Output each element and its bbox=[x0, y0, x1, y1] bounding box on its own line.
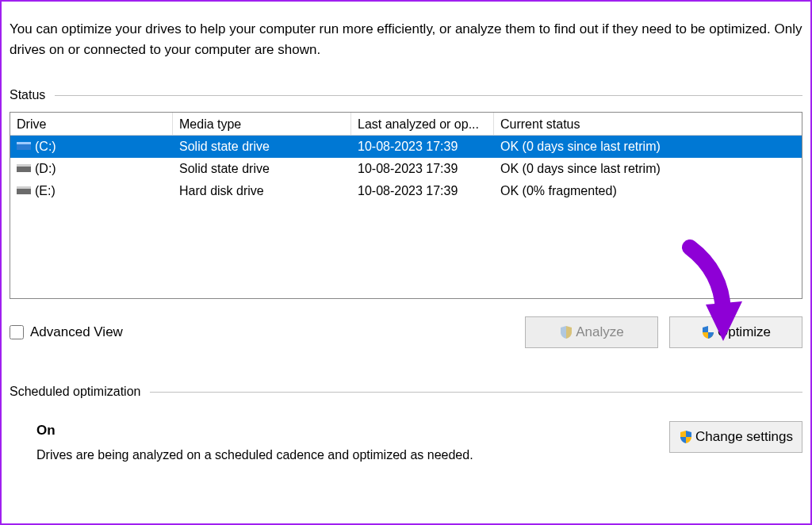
drive-icon bbox=[17, 142, 31, 151]
optimize-button-label: Optimize bbox=[718, 324, 771, 340]
analyze-button: Analyze bbox=[525, 316, 658, 348]
advanced-view-control[interactable]: Advanced View bbox=[10, 324, 123, 340]
controls-row: Advanced View Analyze Optimize bbox=[10, 316, 802, 348]
change-settings-button[interactable]: Change settings bbox=[669, 421, 802, 453]
cell-media-type: Solid state drive bbox=[173, 136, 351, 158]
cell-drive: (C:) bbox=[10, 136, 173, 158]
col-status[interactable]: Current status bbox=[494, 113, 802, 135]
cell-last-analyzed: 10-08-2023 17:39 bbox=[351, 180, 494, 202]
shield-icon bbox=[679, 430, 693, 444]
drive-label: (E:) bbox=[35, 184, 56, 198]
change-settings-label: Change settings bbox=[695, 429, 793, 445]
drive-icon bbox=[17, 164, 31, 174]
analyze-button-label: Analyze bbox=[576, 324, 623, 340]
status-divider bbox=[55, 95, 802, 96]
drives-table: Drive Media type Last analyzed or op... … bbox=[10, 112, 802, 299]
status-section-label: Status bbox=[10, 88, 45, 102]
scheduled-section-label: Scheduled optimization bbox=[10, 385, 140, 399]
scheduled-on-label: On bbox=[36, 423, 473, 439]
table-row[interactable]: (E:)Hard disk drive10-08-2023 17:39OK (0… bbox=[10, 180, 802, 202]
cell-drive: (D:) bbox=[10, 158, 173, 180]
scheduled-divider bbox=[150, 392, 802, 393]
scheduled-section: Scheduled optimization On Drives are bei… bbox=[10, 385, 802, 462]
advanced-view-label[interactable]: Advanced View bbox=[30, 324, 123, 340]
svg-rect-1 bbox=[17, 142, 31, 144]
drives-table-header[interactable]: Drive Media type Last analyzed or op... … bbox=[10, 113, 802, 136]
cell-status: OK (0% fragmented) bbox=[494, 180, 802, 202]
svg-rect-5 bbox=[17, 186, 31, 189]
cell-last-analyzed: 10-08-2023 17:39 bbox=[351, 136, 494, 158]
scheduled-desc: Drives are being analyzed on a scheduled… bbox=[36, 448, 473, 462]
svg-rect-3 bbox=[17, 164, 31, 167]
svg-rect-0 bbox=[17, 144, 31, 150]
col-last-analyzed[interactable]: Last analyzed or op... bbox=[351, 113, 494, 135]
table-row[interactable]: (D:)Solid state drive10-08-2023 17:39OK … bbox=[10, 158, 802, 180]
advanced-view-checkbox[interactable] bbox=[10, 325, 24, 339]
cell-media-type: Solid state drive bbox=[173, 158, 351, 180]
cell-status: OK (0 days since last retrim) bbox=[494, 136, 802, 158]
status-section-header: Status bbox=[10, 88, 802, 102]
table-row[interactable]: (C:)Solid state drive10-08-2023 17:39OK … bbox=[10, 136, 802, 158]
optimize-button[interactable]: Optimize bbox=[669, 316, 802, 348]
cell-status: OK (0 days since last retrim) bbox=[494, 158, 802, 180]
drive-label: (D:) bbox=[35, 162, 56, 176]
cell-drive: (E:) bbox=[10, 180, 173, 202]
col-drive[interactable]: Drive bbox=[10, 113, 173, 135]
svg-rect-4 bbox=[17, 189, 31, 194]
cell-last-analyzed: 10-08-2023 17:39 bbox=[351, 158, 494, 180]
intro-text: You can optimize your drives to help you… bbox=[10, 19, 802, 59]
drive-icon bbox=[17, 186, 31, 196]
shield-icon bbox=[701, 325, 715, 339]
col-media-type[interactable]: Media type bbox=[173, 113, 351, 135]
shield-icon bbox=[559, 325, 573, 339]
drive-label: (C:) bbox=[35, 140, 56, 154]
svg-rect-2 bbox=[17, 167, 31, 172]
cell-media-type: Hard disk drive bbox=[173, 180, 351, 202]
